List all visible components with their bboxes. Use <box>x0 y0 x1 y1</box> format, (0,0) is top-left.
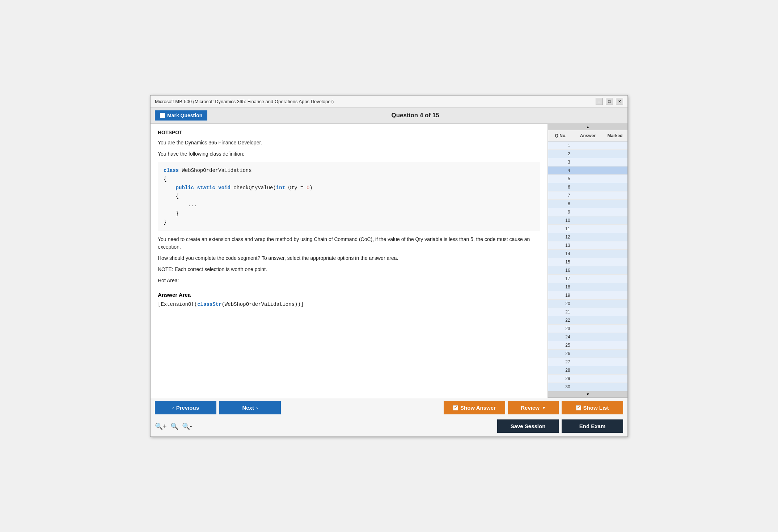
sidebar-cell-qno: 25 <box>548 342 575 349</box>
sidebar-cell-qno: 5 <box>548 176 575 182</box>
sidebar-cell-qno: 29 <box>548 375 575 382</box>
sidebar-cell-answer <box>575 286 604 288</box>
sidebar-cell-answer <box>575 378 604 379</box>
sidebar-cell-marked <box>603 303 627 304</box>
sidebar-row[interactable]: 13 <box>548 241 627 250</box>
sidebar-cell-marked <box>603 286 627 288</box>
sidebar-row[interactable]: 27 <box>548 358 627 366</box>
mark-checkbox-icon <box>160 113 165 118</box>
sidebar-cell-answer <box>575 353 604 354</box>
sidebar-row[interactable]: 20 <box>548 300 627 308</box>
question-para-4: How should you complete the code segment… <box>158 254 540 262</box>
sidebar-row[interactable]: 17 <box>548 275 627 283</box>
zoom-out-button[interactable]: 🔍- <box>182 422 192 430</box>
show-answer-check-icon <box>453 405 458 410</box>
sidebar-cell-marked <box>603 203 627 204</box>
show-list-button[interactable]: Show List <box>562 401 623 414</box>
sidebar-row[interactable]: 22 <box>548 316 627 325</box>
sidebar-cell-answer <box>575 203 604 204</box>
sidebar-cell-marked <box>603 328 627 329</box>
sidebar-cell-answer <box>575 228 604 229</box>
sidebar-cell-answer <box>575 261 604 263</box>
sidebar-cell-answer <box>575 278 604 279</box>
sidebar-row[interactable]: 18 <box>548 283 627 291</box>
next-button[interactable]: Next › <box>219 401 281 414</box>
sidebar-row[interactable]: 29 <box>548 375 627 383</box>
footer-bottom: 🔍+ 🔍 🔍- Save Session End Exam <box>151 417 627 436</box>
sidebar-cell-qno: 1 <box>548 142 575 149</box>
sidebar-row[interactable]: 11 <box>548 225 627 233</box>
save-session-button[interactable]: Save Session <box>497 419 559 433</box>
sidebar-row[interactable]: 7 <box>548 191 627 200</box>
sidebar-row[interactable]: 23 <box>548 325 627 333</box>
sidebar-row[interactable]: 2 <box>548 150 627 158</box>
sidebar-row[interactable]: 30 <box>548 383 627 391</box>
sidebar-cell-marked <box>603 270 627 271</box>
sidebar-cell-marked <box>603 245 627 246</box>
sidebar-row[interactable]: 28 <box>548 366 627 375</box>
sidebar-row[interactable]: 1 <box>548 142 627 150</box>
sidebar-row[interactable]: 12 <box>548 233 627 241</box>
next-chevron-icon: › <box>256 405 258 411</box>
sidebar-row[interactable]: 24 <box>548 333 627 341</box>
sidebar-cell-qno: 6 <box>548 184 575 190</box>
window-title: Microsoft MB-500 (Microsoft Dynamics 365… <box>155 99 334 104</box>
sidebar-cell-qno: 23 <box>548 325 575 332</box>
sidebar-cell-marked <box>603 311 627 313</box>
sidebar-row[interactable]: 5 <box>548 175 627 183</box>
close-button[interactable]: ✕ <box>616 98 623 105</box>
review-button[interactable]: Review ▼ <box>508 401 559 414</box>
sidebar-cell-marked <box>603 178 627 180</box>
sidebar-row[interactable]: 8 <box>548 200 627 208</box>
sidebar-row[interactable]: 3 <box>548 158 627 166</box>
sidebar-cell-marked <box>603 345 627 346</box>
sidebar-cell-answer <box>575 303 604 304</box>
sidebar-cell-qno: 28 <box>548 367 575 373</box>
answer-code-bracket: [ExtensionOf( <box>158 301 197 307</box>
sidebar-cell-answer <box>575 153 604 155</box>
mark-question-button[interactable]: Mark Question <box>155 110 207 121</box>
sidebar-col-marked-header: Marked <box>602 132 627 140</box>
sidebar-row[interactable]: 19 <box>548 291 627 300</box>
sidebar-row[interactable]: 10 <box>548 216 627 225</box>
sidebar-col-answer-header: Answer <box>573 132 602 140</box>
minimize-button[interactable]: – <box>596 98 603 105</box>
sidebar-row[interactable]: 26 <box>548 350 627 358</box>
sidebar-scroll-up[interactable]: ▲ <box>548 124 627 130</box>
sidebar-cell-qno: 27 <box>548 359 575 365</box>
question-para-1: You are the Dynamics 365 Finance Develop… <box>158 139 540 147</box>
sidebar-row[interactable]: 4 <box>548 166 627 175</box>
sidebar-cell-answer <box>575 386 604 388</box>
sidebar-cell-answer <box>575 270 604 271</box>
sidebar-cell-marked <box>603 278 627 279</box>
sidebar-row[interactable]: 25 <box>548 341 627 350</box>
sidebar-cell-answer <box>575 195 604 196</box>
sidebar-cell-qno: 11 <box>548 225 575 232</box>
sidebar-row[interactable]: 15 <box>548 258 627 266</box>
sidebar-row[interactable]: 16 <box>548 266 627 275</box>
sidebar-cell-answer <box>575 211 604 213</box>
mark-question-label: Mark Question <box>167 113 202 118</box>
sidebar-row[interactable]: 9 <box>548 208 627 216</box>
sidebar-scroll-area[interactable]: 1234567891011121314151617181920212223242… <box>548 142 627 391</box>
sidebar-row[interactable]: 6 <box>548 183 627 191</box>
show-answer-button[interactable]: Show Answer <box>444 401 505 414</box>
sidebar-cell-answer <box>575 170 604 171</box>
sidebar-row[interactable]: 21 <box>548 308 627 316</box>
sidebar-cell-answer <box>575 361 604 363</box>
previous-button[interactable]: ‹ Previous <box>155 401 216 414</box>
sidebar-row[interactable]: 14 <box>548 250 627 258</box>
zoom-reset-button[interactable]: 🔍 <box>170 422 178 430</box>
code-block: class WebShopOrderValidations { public s… <box>158 162 540 231</box>
end-exam-button[interactable]: End Exam <box>562 419 623 433</box>
sidebar-cell-marked <box>603 370 627 371</box>
maximize-button[interactable]: □ <box>606 98 613 105</box>
sidebar-cell-answer <box>575 245 604 246</box>
sidebar-cell-qno: 24 <box>548 334 575 340</box>
sidebar-cell-marked <box>603 336 627 338</box>
sidebar-scroll-down[interactable]: ▼ <box>548 391 627 398</box>
sidebar-cell-marked <box>603 153 627 155</box>
sidebar-cell-qno: 30 <box>548 384 575 390</box>
sidebar-cell-qno: 20 <box>548 300 575 307</box>
zoom-in-button[interactable]: 🔍+ <box>155 422 167 430</box>
